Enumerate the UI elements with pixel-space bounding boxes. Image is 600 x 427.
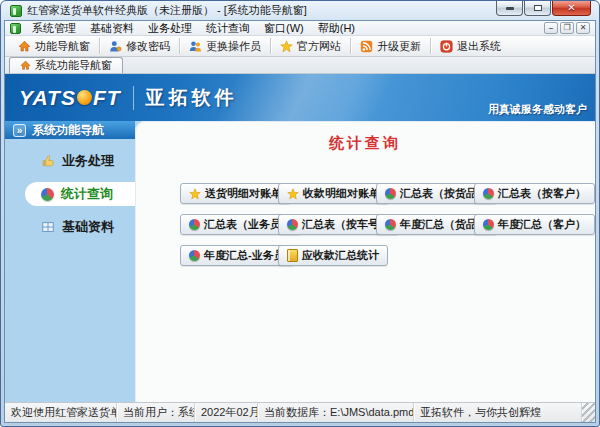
mdi-minimize-button[interactable]: – — [544, 22, 558, 34]
sidebar-header[interactable]: » 系统功能导航 — [5, 121, 135, 139]
summary-by-customer-button[interactable]: 汇总表（按客户） — [474, 183, 595, 204]
function-button-label: 汇总表（按客户） — [498, 186, 586, 201]
function-button-label: 年度汇总（客户） — [498, 217, 586, 232]
toolbar-button-label: 升级更新 — [377, 39, 421, 54]
logo-text-suffix: FT — [93, 86, 121, 110]
function-button-grid: 送货明细对账单 收款明细对账单 汇总表（按货品） 汇总表（按客户） — [180, 183, 595, 266]
menu-window[interactable]: 窗口(W) — [257, 21, 311, 35]
logo-text-prefix: YATS — [19, 86, 76, 110]
menu-business[interactable]: 业务处理 — [141, 21, 199, 35]
toolbar-official-website-button[interactable]: 官方网站 — [271, 36, 350, 56]
mdi-restore-button[interactable]: ❐ — [560, 22, 574, 34]
mdi-close-button[interactable]: ✕ — [576, 22, 590, 34]
toolbar-button-label: 更换操作员 — [206, 39, 261, 54]
app-logo-icon — [10, 5, 22, 17]
users-icon — [189, 40, 202, 53]
toolbar-upgrade-button[interactable]: 升级更新 — [351, 36, 430, 56]
receivables-summary-button[interactable]: 应收款汇总统计 — [278, 245, 388, 266]
title-bar[interactable]: 红管家送货单软件经典版（未注册版） - [系统功能导航窗] ✕ — [4, 1, 596, 20]
toolbar-switch-operator-button[interactable]: 更换操作员 — [180, 36, 270, 56]
close-button[interactable]: ✕ — [552, 1, 591, 16]
pie-chart-icon — [385, 188, 396, 199]
sidebar-item-label: 业务处理 — [62, 152, 114, 170]
tab-label: 系统功能导航窗 — [35, 58, 112, 73]
toolbar-change-password-button[interactable]: 修改密码 — [100, 36, 179, 56]
status-current-user: 当前用户：系统管理员 — [117, 403, 195, 422]
menu-base-data[interactable]: 基础资料 — [83, 21, 141, 35]
window-controls: ✕ — [495, 1, 591, 16]
pie-chart-icon — [287, 219, 298, 230]
body-area: » 系统功能导航 业务处理 统计查询 基础资料 — [5, 121, 595, 402]
brand-slogan: 用真诚服务感动客户 — [488, 102, 587, 117]
brand-name: 亚拓软件 — [146, 85, 238, 111]
close-icon: ✕ — [567, 3, 575, 13]
pie-chart-icon — [189, 250, 200, 261]
sidebar-item-business[interactable]: 业务处理 — [5, 149, 135, 173]
child-window-icon — [10, 23, 21, 34]
pie-chart-icon — [41, 188, 54, 201]
annual-summary-salesman-button[interactable]: 年度汇总-业务员 — [180, 245, 294, 266]
yatsoft-logo: YATSFT — [19, 86, 121, 110]
mdi-window-controls: – ❐ ✕ — [544, 22, 592, 34]
toolbar-button-label: 功能导航窗 — [35, 39, 90, 54]
toolbar-exit-button[interactable]: 退出系统 — [431, 36, 510, 56]
maximize-button[interactable] — [524, 1, 551, 16]
payment-detail-statement-button[interactable]: 收款明细对账单 — [278, 183, 389, 204]
resize-grip[interactable] — [582, 403, 595, 422]
logo-ball-icon — [77, 90, 92, 105]
star-icon — [189, 188, 201, 200]
sidebar-nav-list: 业务处理 统计查询 基础资料 — [5, 149, 135, 239]
status-date: 2022年02月08日 — [195, 403, 258, 422]
menu-help[interactable]: 帮助(H) — [311, 21, 362, 35]
minimize-icon — [506, 7, 514, 10]
sidebar-item-statistics[interactable]: 统计查询 — [25, 182, 135, 206]
toolbar-button-label: 修改密码 — [126, 39, 170, 54]
grid-icon — [41, 220, 55, 234]
star-icon — [287, 188, 299, 200]
toolbar: 功能导航窗 修改密码 更换操作员 官方网站 升级更新 退出系统 — [5, 36, 595, 57]
page-title: 统计查询 — [135, 134, 595, 153]
power-icon — [440, 40, 453, 53]
window-title: 红管家送货单软件经典版（未注册版） - [系统功能导航窗] — [27, 3, 307, 18]
status-bar: 欢迎使用红管家送货单软件 当前用户：系统管理员 2022年02月08日 当前数据… — [5, 402, 595, 422]
status-database-path: 当前数据库：E:\JMS\data.pmd — [258, 403, 414, 422]
function-button-label: 应收款汇总统计 — [302, 248, 379, 263]
maximize-icon — [534, 5, 542, 11]
client-area: 系统管理 基础资料 业务处理 统计查询 窗口(W) 帮助(H) – ❐ ✕ 功能… — [4, 20, 596, 423]
pie-chart-icon — [483, 219, 494, 230]
function-button-label: 年度汇总-业务员 — [204, 248, 285, 263]
rss-icon — [360, 40, 373, 53]
annual-summary-customer-button[interactable]: 年度汇总（客户） — [474, 214, 595, 235]
tab-system-nav-window[interactable]: 系统功能导航窗 — [9, 57, 123, 73]
sidebar-item-label: 统计查询 — [61, 185, 113, 203]
toolbar-button-label: 退出系统 — [457, 39, 501, 54]
status-welcome: 欢迎使用红管家送货单软件 — [5, 403, 117, 422]
delivery-detail-statement-button[interactable]: 送货明细对账单 — [180, 183, 291, 204]
sidebar-item-label: 基础资料 — [62, 218, 114, 236]
app-window: 红管家送货单软件经典版（未注册版） - [系统功能导航窗] ✕ 系统管理 基础资… — [0, 0, 600, 427]
pie-chart-icon — [189, 219, 200, 230]
status-company-slogan: 亚拓软件，与你共创辉煌 — [414, 403, 582, 422]
user-key-icon — [109, 40, 122, 53]
home-icon — [18, 40, 31, 53]
hand-icon — [41, 154, 55, 168]
tab-row: 系统功能导航窗 — [5, 57, 595, 74]
sidebar: » 系统功能导航 业务处理 统计查询 基础资料 — [5, 121, 135, 402]
menu-system[interactable]: 系统管理 — [25, 21, 83, 35]
pie-chart-icon — [483, 188, 494, 199]
chevron-double-icon: » — [13, 124, 26, 137]
menu-bar: 系统管理 基础资料 业务处理 统计查询 窗口(W) 帮助(H) – ❐ ✕ — [5, 21, 595, 36]
minimize-button[interactable] — [496, 1, 523, 16]
toolbar-nav-window-button[interactable]: 功能导航窗 — [9, 36, 99, 56]
home-icon — [20, 60, 31, 71]
main-content: 统计查询 送货明细对账单 收款明细对账单 汇总表（按货品） — [135, 121, 595, 402]
function-button-label: 收款明细对账单 — [303, 186, 380, 201]
brand-banner: YATSFT 亚拓软件 用真诚服务感动客户 — [5, 74, 595, 121]
logo-divider — [133, 86, 134, 110]
sidebar-header-label: 系统功能导航 — [32, 122, 104, 139]
menu-statistics[interactable]: 统计查询 — [199, 21, 257, 35]
book-icon — [287, 249, 298, 262]
sidebar-item-base-data[interactable]: 基础资料 — [5, 215, 135, 239]
star-icon — [280, 40, 293, 53]
function-button-label: 送货明细对账单 — [205, 186, 282, 201]
